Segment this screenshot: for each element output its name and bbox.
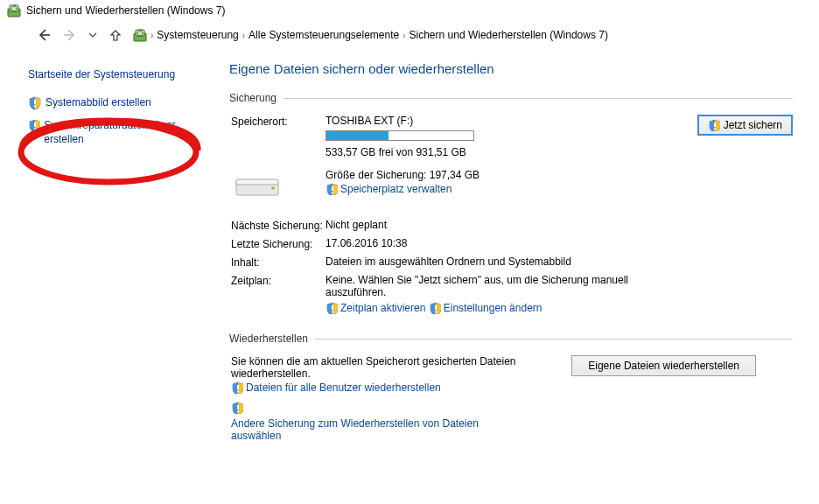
sidebar-item-create-repair-disk[interactable]: Systemreparaturdatenträger erstellen bbox=[28, 119, 200, 146]
sidebar-item-create-image[interactable]: Systemabbild erstellen bbox=[28, 96, 200, 110]
sidebar-item-label: Systemreparaturdatenträger erstellen bbox=[44, 119, 200, 146]
breadcrumb-item[interactable]: Alle Systemsteuerungselemente bbox=[248, 29, 399, 41]
window-title: Sichern und Wiederherstellen (Windows 7) bbox=[26, 4, 225, 17]
last-backup-value: 17.06.2016 10:38 bbox=[326, 237, 640, 249]
change-settings-link[interactable]: Einstellungen ändern bbox=[429, 302, 542, 314]
divider bbox=[315, 339, 793, 340]
space-progress bbox=[326, 130, 474, 141]
shield-icon bbox=[326, 183, 338, 195]
content: Eigene Dateien sichern oder wiederherste… bbox=[208, 52, 819, 466]
nav-forward-button[interactable] bbox=[61, 26, 79, 44]
restore-own-files-button[interactable]: Eigene Dateien wiederherstellen bbox=[571, 355, 756, 376]
group-backup: Sicherung Speicherort: TOSHIBA EXT (F:) … bbox=[229, 92, 793, 317]
location-label: Speicherort: bbox=[229, 115, 326, 128]
group-restore: Wiederherstellen Sie können die am aktue… bbox=[229, 332, 793, 442]
breadcrumb-item[interactable]: Sichern und Wiederherstellen (Windows 7) bbox=[410, 29, 608, 41]
sidebar-home-link[interactable]: Startseite der Systemsteuerung bbox=[28, 68, 200, 80]
next-backup-value: Nicht geplant bbox=[326, 219, 640, 231]
shield-icon bbox=[231, 382, 243, 394]
group-restore-label: Wiederherstellen bbox=[229, 332, 308, 345]
sidebar-item-label: Systemabbild erstellen bbox=[46, 96, 151, 110]
drive-name: TOSHIBA EXT (F:) bbox=[326, 115, 626, 127]
next-backup-label: Nächste Sicherung: bbox=[229, 219, 326, 232]
schedule-label: Zeitplan: bbox=[229, 274, 326, 287]
drive-icon bbox=[231, 170, 284, 205]
manage-space-link[interactable]: Speicherplatz verwalten bbox=[326, 183, 452, 195]
breadcrumb[interactable]: › Systemsteuerung › Alle Systemsteuerung… bbox=[133, 28, 784, 42]
nav-back-button[interactable] bbox=[35, 26, 52, 44]
activate-schedule-label: Zeitplan aktivieren bbox=[340, 302, 425, 314]
shield-icon bbox=[28, 119, 40, 133]
title-bar: Sichern und Wiederherstellen (Windows 7) bbox=[0, 0, 819, 21]
svg-point-7 bbox=[271, 187, 275, 190]
activate-schedule-link[interactable]: Zeitplan aktivieren bbox=[326, 302, 425, 314]
shield-icon bbox=[429, 302, 441, 314]
app-icon bbox=[7, 4, 21, 18]
sidebar: Startseite der Systemsteuerung Systemabb… bbox=[0, 52, 208, 466]
schedule-value: Keine. Wählen Sie "Jetzt sichern" aus, u… bbox=[326, 274, 640, 298]
backup-now-button[interactable]: Jetzt sichern bbox=[697, 115, 793, 136]
restore-all-users-link[interactable]: Dateien für alle Benutzer wiederherstell… bbox=[231, 382, 441, 394]
shield-icon bbox=[708, 119, 720, 131]
manage-space-label: Speicherplatz verwalten bbox=[340, 183, 452, 195]
chevron-right-icon: › bbox=[402, 31, 405, 40]
content-value: Dateien im ausgewählten Ordnern und Syst… bbox=[326, 256, 640, 268]
content-label: Inhalt: bbox=[229, 256, 326, 269]
group-backup-label: Sicherung bbox=[229, 92, 276, 104]
shield-icon bbox=[28, 96, 42, 110]
chevron-right-icon: › bbox=[242, 31, 245, 40]
chevron-right-icon: › bbox=[150, 31, 153, 40]
restore-own-files-label: Eigene Dateien wiederherstellen bbox=[588, 360, 739, 372]
breadcrumb-root-icon bbox=[133, 28, 147, 42]
other-restore-link[interactable]: Andere Sicherung zum Wiederherstellen vo… bbox=[231, 417, 528, 442]
page-heading: Eigene Dateien sichern oder wiederherste… bbox=[229, 61, 793, 76]
backup-now-label: Jetzt sichern bbox=[724, 119, 782, 131]
last-backup-label: Letzte Sicherung: bbox=[229, 237, 326, 250]
change-settings-label: Einstellungen ändern bbox=[444, 302, 542, 314]
nav-bar: › Systemsteuerung › Alle Systemsteuerung… bbox=[0, 21, 819, 52]
divider bbox=[284, 98, 793, 99]
restore-text: Sie können die am aktuellen Speicherort … bbox=[231, 355, 528, 380]
shield-icon bbox=[231, 402, 243, 414]
restore-all-users-label: Dateien für alle Benutzer wiederherstell… bbox=[246, 382, 441, 394]
breadcrumb-item[interactable]: Systemsteuerung bbox=[157, 29, 238, 41]
nav-recent-dropdown[interactable] bbox=[88, 26, 98, 44]
svg-rect-6 bbox=[236, 179, 278, 185]
space-free-text: 533,57 GB frei von 931,51 GB bbox=[326, 146, 626, 158]
backup-size-text: Größe der Sicherung: 197,34 GB bbox=[326, 169, 626, 181]
nav-up-button[interactable] bbox=[107, 26, 124, 44]
shield-icon bbox=[326, 302, 338, 314]
